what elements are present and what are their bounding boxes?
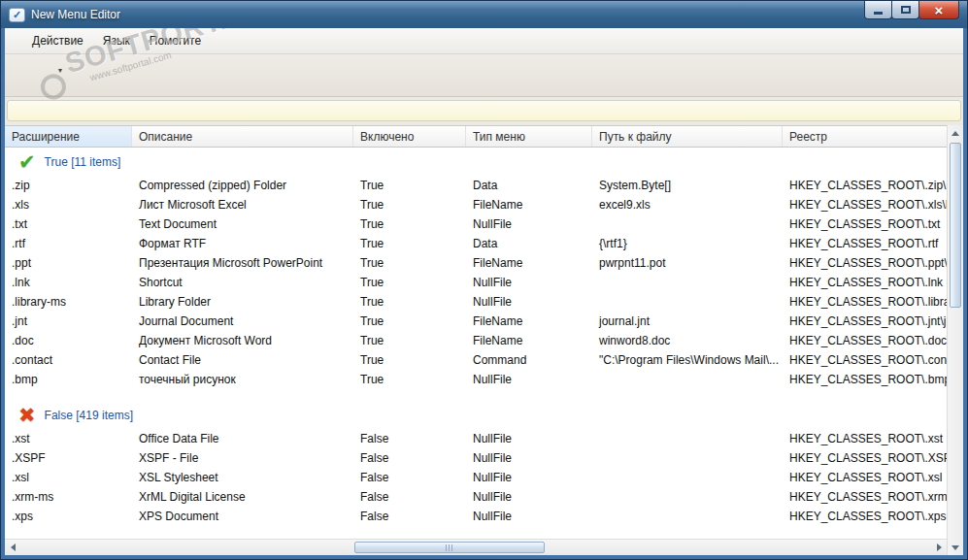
scroll-up-icon bbox=[951, 131, 959, 136]
group-row-true[interactable]: ✔True [11 items] bbox=[5, 148, 947, 176]
cell-col2: Compressed (zipped) Folder bbox=[132, 179, 353, 192]
cell-col2: Shortcut bbox=[132, 276, 353, 289]
cell-col3: True bbox=[353, 179, 466, 192]
table-row[interactable]: .xstOffice Data FileFalseNullFileHKEY_CL… bbox=[5, 429, 947, 448]
cell-col1: .lnk bbox=[5, 276, 132, 289]
minimize-icon bbox=[874, 12, 883, 15]
cell-col1: .rtf bbox=[5, 237, 132, 250]
cell-col6: HKEY_CLASSES_ROOT\.xst bbox=[783, 432, 947, 445]
column-header-2[interactable]: Описание bbox=[132, 126, 353, 147]
cell-col1: .XSPF bbox=[5, 451, 132, 465]
scroll-down-icon bbox=[951, 545, 959, 550]
cell-col3: True bbox=[353, 334, 466, 347]
table-row[interactable]: .docДокумент Microsoft WordTrueFileNamew… bbox=[5, 331, 947, 350]
vertical-scrollbar-thumb[interactable] bbox=[950, 143, 961, 308]
group-true-icon: ✔ bbox=[18, 151, 36, 172]
table-row[interactable]: .library-msLibrary FolderTrueNullFileHKE… bbox=[5, 292, 947, 312]
cell-col1: .bmp bbox=[5, 373, 132, 386]
cell-col6: HKEY_CLASSES_ROOT\.library... bbox=[783, 295, 947, 309]
cell-col1: .zip bbox=[5, 179, 132, 192]
cell-col6: HKEY_CLASSES_ROOT\.bmp bbox=[783, 373, 947, 386]
cell-col1: .ppt bbox=[5, 256, 132, 270]
horizontal-scrollbar[interactable] bbox=[5, 539, 947, 555]
close-button[interactable]: × bbox=[918, 1, 959, 19]
cell-col2: XSL Stylesheet bbox=[132, 471, 353, 484]
table-row[interactable]: .XSPFXSPF - FileFalseNullFileHKEY_CLASSE… bbox=[5, 448, 947, 468]
cell-col5: pwrpnt11.pot bbox=[592, 256, 783, 270]
titlebar[interactable]: ✓ New Menu Editor × bbox=[1, 1, 967, 28]
cell-col4: FileName bbox=[466, 314, 592, 328]
scroll-up-button[interactable] bbox=[948, 125, 963, 141]
scroll-left-button[interactable] bbox=[5, 540, 20, 555]
app-icon: ✓ bbox=[9, 8, 25, 22]
cell-col3: False bbox=[353, 451, 466, 465]
cell-col3: True bbox=[353, 353, 466, 367]
minimize-button[interactable] bbox=[864, 1, 892, 19]
table-row[interactable]: .xrm-msXrML Digital LicenseFalseNullFile… bbox=[5, 487, 947, 507]
cell-col6: HKEY_CLASSES_ROOT\.lnk bbox=[783, 276, 947, 289]
menu-language[interactable]: Язык bbox=[93, 29, 140, 52]
maximize-icon bbox=[901, 6, 911, 14]
horizontal-scrollbar-thumb[interactable] bbox=[354, 542, 545, 553]
column-header-4[interactable]: Тип меню bbox=[466, 126, 592, 147]
cell-col3: False bbox=[353, 510, 466, 523]
group-by-panel[interactable] bbox=[7, 100, 961, 121]
column-header-3[interactable]: Включено bbox=[353, 126, 466, 147]
table-row[interactable]: .contactContact FileTrueCommand"C:\Progr… bbox=[5, 350, 947, 370]
vertical-scrollbar[interactable] bbox=[947, 125, 963, 555]
cell-col4: NullFile bbox=[466, 471, 592, 484]
cell-col1: .xls bbox=[5, 198, 132, 212]
cell-col1: .xst bbox=[5, 432, 132, 445]
table-row[interactable]: .pptПрезентация Microsoft PowerPointTrue… bbox=[5, 253, 947, 273]
cell-col2: XrML Digital License bbox=[132, 490, 353, 504]
cell-col5: winword8.doc bbox=[592, 334, 783, 347]
table-row[interactable]: .txtText DocumentTrueNullFileHKEY_CLASSE… bbox=[5, 214, 947, 234]
table-row[interactable]: .xslXSL StylesheetFalseNullFileHKEY_CLAS… bbox=[5, 468, 947, 487]
cell-col6: HKEY_CLASSES_ROOT\.XSPF bbox=[783, 451, 947, 465]
cell-col6: HKEY_CLASSES_ROOT\.xps bbox=[783, 510, 947, 523]
cell-col6: HKEY_CLASSES_ROOT\.conta... bbox=[783, 353, 947, 367]
table-row[interactable]: .rtfФормат RTFTrueData{\rtf1}HKEY_CLASSE… bbox=[5, 234, 947, 253]
column-header-1[interactable]: Расширение bbox=[5, 126, 132, 147]
table-row[interactable]: .xlsЛист Microsoft ExcelTrueFileNameexce… bbox=[5, 195, 947, 214]
cell-col2: Office Data File bbox=[132, 432, 353, 445]
table-row[interactable]: .jntJournal DocumentTrueFileNamejournal.… bbox=[5, 312, 947, 331]
scroll-down-button[interactable] bbox=[948, 540, 963, 555]
app-check-icon: ✓ bbox=[13, 9, 21, 21]
cell-col1: .xps bbox=[5, 510, 132, 523]
cell-col2: Journal Document bbox=[132, 314, 353, 328]
group-row-false[interactable]: ✖False [419 items] bbox=[5, 401, 947, 429]
cell-col4: NullFile bbox=[466, 295, 592, 309]
maximize-button[interactable] bbox=[891, 1, 919, 19]
menubar: Действие Язык Помогите bbox=[5, 28, 963, 54]
menu-help[interactable]: Помогите bbox=[140, 29, 211, 52]
column-header-5[interactable]: Путь к файлу bbox=[592, 126, 783, 147]
group-label: False [419 items] bbox=[45, 409, 133, 422]
cell-col4: FileName bbox=[466, 334, 592, 347]
cell-col6: HKEY_CLASSES_ROOT\.txt bbox=[783, 217, 947, 231]
toolbar-dropdown-button[interactable]: ▼ bbox=[51, 62, 69, 79]
toolbar: ▼ bbox=[5, 54, 963, 97]
table-row[interactable]: .zipCompressed (zipped) FolderTrueDataSy… bbox=[5, 176, 947, 195]
cell-col3: True bbox=[353, 373, 466, 386]
close-icon: × bbox=[935, 3, 944, 17]
group-false-icon: ✖ bbox=[18, 405, 36, 425]
table-row[interactable]: .lnkShortcutTrueNullFileHKEY_CLASSES_ROO… bbox=[5, 273, 947, 292]
table-row[interactable]: .bmpточечный рисунокTrueNullFileHKEY_CLA… bbox=[5, 370, 947, 389]
cell-col1: .jnt bbox=[5, 314, 132, 328]
cell-col1: .library-ms bbox=[5, 295, 132, 309]
cell-col3: True bbox=[353, 198, 466, 212]
cell-col3: True bbox=[353, 295, 466, 309]
data-grid: РасширениеОписаниеВключеноТип менюПуть к… bbox=[5, 125, 947, 539]
menu-action[interactable]: Действие bbox=[22, 29, 93, 52]
column-header-6[interactable]: Реестр bbox=[783, 126, 947, 147]
table-row[interactable]: .xpsXPS DocumentFalseNullFileHKEY_CLASSE… bbox=[5, 507, 947, 526]
cell-col1: .xsl bbox=[5, 471, 132, 484]
scroll-right-button[interactable] bbox=[931, 540, 947, 555]
cell-col2: Library Folder bbox=[132, 295, 353, 309]
cell-col3: False bbox=[353, 471, 466, 484]
cell-col4: NullFile bbox=[466, 276, 592, 289]
app-window: ✓ New Menu Editor × Действие Язык Помоги… bbox=[0, 0, 968, 560]
cell-col6: HKEY_CLASSES_ROOT\.xrm-ms bbox=[783, 490, 947, 504]
cell-col2: Презентация Microsoft PowerPoint bbox=[132, 256, 353, 270]
